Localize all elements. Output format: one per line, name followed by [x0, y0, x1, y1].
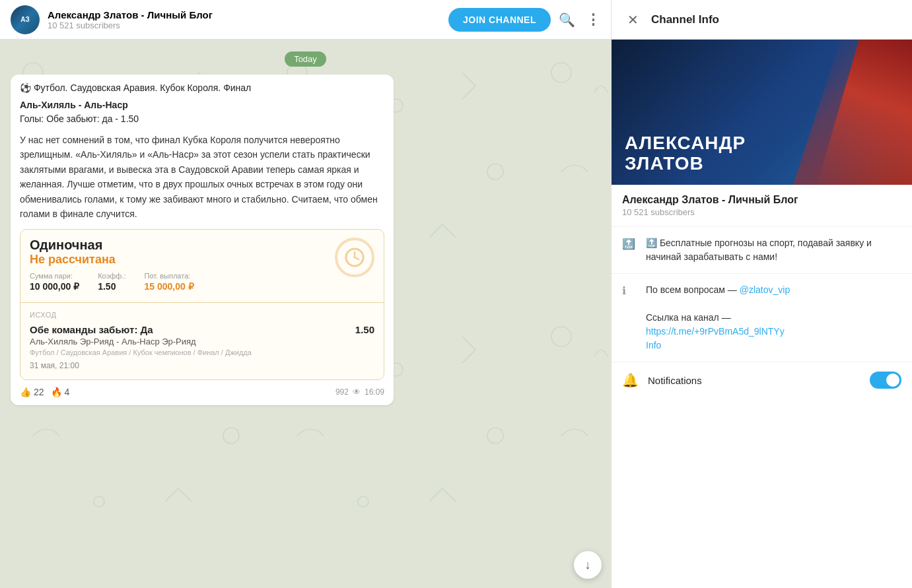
header-actions: 🔍 ⋮ — [559, 11, 600, 28]
channel-link-info[interactable]: Info — [646, 340, 661, 350]
description-text: 🔝 Бесплатные прогнозы на спорт, подавай … — [646, 236, 901, 264]
notifications-row: 🔔 Notifications — [612, 362, 912, 398]
message-meta: 992 👁 16:09 — [335, 387, 384, 397]
reaction-fire: 🔥 4 — [51, 387, 70, 397]
bet-outcome: Обе команды забьют: Да 1.50 Аль-Хиляль Э… — [20, 319, 384, 379]
channel-link[interactable]: https://t.me/+9rPvBmA5d_9lNTYy — [646, 326, 785, 337]
notifications-toggle[interactable] — [870, 372, 901, 389]
bell-icon: 🔔 — [622, 372, 639, 388]
close-icon: ✕ — [627, 12, 639, 28]
chat-area: Today ⚽ Футбол. Саудовская Аравия. Кубок… — [0, 40, 611, 588]
scroll-down-button[interactable]: ↓ — [574, 551, 602, 579]
bet-card-header: Одиночная Не рассчитана Сумма пари: 10 0… — [20, 230, 384, 297]
bet-coeff: Коэфф.: 1.50 — [98, 272, 125, 292]
contact-link[interactable]: @zlatov_vip — [740, 284, 790, 295]
bet-card: Одиночная Не рассчитана Сумма пари: 10 0… — [20, 229, 384, 379]
eye-icon: 👁 — [353, 387, 361, 397]
more-icon: ⋮ — [586, 11, 600, 28]
channel-banner: АЛЕКСАНДР ЗЛАТОВ — [612, 40, 912, 185]
reaction-thumbs-up: 👍 22 — [20, 387, 44, 397]
search-icon: 🔍 — [559, 12, 575, 28]
message-prediction: Аль-Хиляль - Аль-Наср Голы: Обе забьют: … — [20, 98, 384, 126]
contact-text: По всем вопросам — @zlatov_vip Ссылка на… — [646, 283, 790, 352]
message-body: У нас нет сомнений в том, что финал Кубк… — [20, 133, 384, 221]
clock-icon — [335, 238, 374, 277]
left-panel: АЗ Александр Златов - Личный Блог 10 521… — [0, 0, 611, 588]
info-icon: ℹ — [622, 283, 637, 352]
chat-header: АЗ Александр Златов - Личный Блог 10 521… — [0, 0, 611, 40]
right-panel-title: Channel Info — [651, 13, 719, 26]
top-icon: 🔝 — [622, 236, 637, 264]
reactions: 👍 22 🔥 4 — [20, 387, 69, 397]
header-subscribers: 10 521 subscribers — [48, 20, 440, 30]
right-panel: ✕ Channel Info АЛЕКСАНДР ЗЛАТОВ Александ… — [611, 0, 912, 588]
today-badge: Today — [11, 51, 600, 67]
notifications-label: Notifications — [648, 375, 702, 386]
svg-line-2 — [355, 257, 359, 259]
bet-sum: Сумма пари: 10 000,00 ₽ — [30, 272, 79, 292]
description-block: 🔝 🔝 Бесплатные прогнозы на спорт, подава… — [612, 227, 912, 274]
bet-status: Не рассчитана — [30, 253, 374, 267]
contact-block: ℹ По всем вопросам — @zlatov_vip Ссылка … — [612, 274, 912, 362]
search-button[interactable]: 🔍 — [559, 12, 575, 28]
message-title: ⚽ Футбол. Саудовская Аравия. Кубок Корол… — [20, 82, 384, 93]
banner-text: АЛЕКСАНДР ЗЛАТОВ — [612, 123, 759, 185]
message-footer: 👍 22 🔥 4 992 👁 16:09 — [20, 387, 384, 397]
bet-type: Одиночная — [30, 238, 374, 253]
join-channel-button[interactable]: JOIN CHANNEL — [448, 8, 551, 32]
channel-info-section: Александр Златов - Личный Блог 10 521 su… — [612, 185, 912, 227]
more-button[interactable]: ⋮ — [586, 11, 600, 28]
bet-amounts: Сумма пари: 10 000,00 ₽ Коэфф.: 1.50 Пот… — [30, 272, 374, 292]
close-button[interactable]: ✕ — [622, 9, 643, 30]
avatar: АЗ — [11, 5, 40, 34]
right-panel-header: ✕ Channel Info — [612, 0, 912, 40]
header-channel-info: Александр Златов - Личный Блог 10 521 su… — [48, 9, 440, 30]
scroll-down-icon: ↓ — [585, 558, 591, 572]
header-channel-name: Александр Златов - Личный Блог — [48, 9, 440, 20]
message-bubble: ⚽ Футбол. Саудовская Аравия. Кубок Корол… — [11, 75, 394, 405]
bet-payout: Пот. выплата: 15 000,00 ₽ — [145, 272, 194, 292]
